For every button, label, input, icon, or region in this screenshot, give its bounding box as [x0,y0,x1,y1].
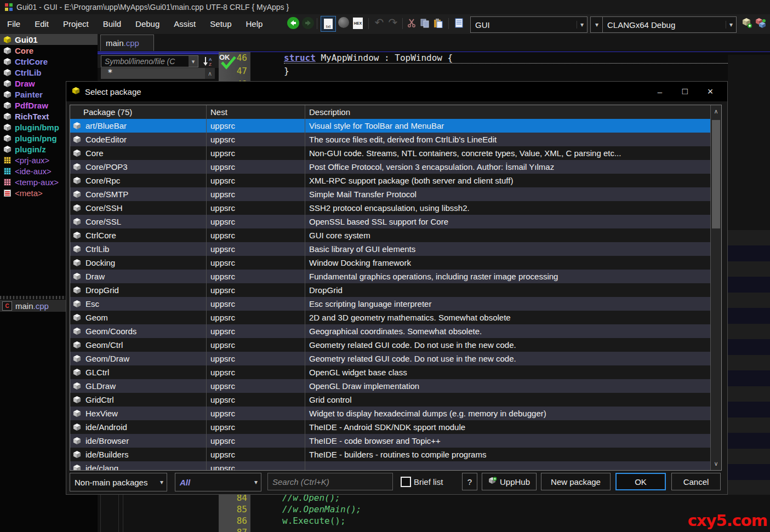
table-row[interactable]: DropGriduppsrcDropGrid [70,283,710,297]
symbol-search-combo[interactable]: Symbol/lineno/file (C ▾ [101,55,198,67]
text-mode-button[interactable]: txt [321,16,336,32]
table-row[interactable]: DrawuppsrcFundamental graphics operation… [70,270,710,283]
table-row[interactable]: GLCtrluppsrcOpenGL widget base class [70,365,710,379]
table-row[interactable]: ide/clanguppsrc [70,461,710,470]
minimize-button[interactable]: – [647,85,672,98]
table-row[interactable]: Geom/DrawuppsrcGeometry related GUI code… [70,352,710,365]
column-header-nest[interactable]: Nest [207,105,305,119]
navigate-forward-button[interactable] [302,17,314,29]
code-editor-top[interactable]: struct MyAppWindow : TopWindow { } [250,52,770,81]
build-method-combo[interactable]: CLANGx64 Debug ▾ [602,16,737,33]
sidebar-item-core[interactable]: Core [0,45,98,56]
table-row[interactable]: Core/POP3uppsrcPost Office Protocol, ver… [70,160,710,174]
image-mode-icon[interactable] [338,17,349,28]
table-row[interactable]: CodeEditoruppsrcThe source files edit, d… [70,133,710,146]
line-number: 47 [220,66,247,76]
table-row[interactable]: Core/SSHuppsrcSSH2 protocol encapsulatio… [70,201,710,215]
package-icon [73,286,81,294]
search-input[interactable] [267,473,393,490]
sidebar-item-label: PdfDraw [15,101,48,110]
table-row[interactable]: Geomuppsrc2D and 3D geometry mathematics… [70,311,710,324]
table-row[interactable]: GridCtrluppsrcGrid control [70,393,710,407]
app-window: Gui01 - GUI - E:\Program\upp\MyApps\Gui0… [0,0,770,532]
package-icon [73,231,81,239]
sidebar-item-ctrllib[interactable]: CtrlLib [0,67,98,78]
table-row[interactable]: ide/BuildersuppsrcTheIDE - builders - ro… [70,448,710,461]
grid-yellow-icon [3,156,12,164]
cut-icon[interactable] [406,17,418,29]
new-package-button[interactable]: New package [541,473,611,490]
menu-item-edit[interactable]: Edit [27,14,56,34]
redo-icon[interactable]: ↷ [386,15,400,30]
nest-cell: uppsrc [207,324,305,338]
white-cube-icon [3,134,12,142]
table-row[interactable]: GLDrawuppsrcOpenGL Draw implementation [70,379,710,393]
table-row[interactable]: ide/AndroiduppsrcTheIDE - Android SDK/ND… [70,420,710,434]
nest-cell: uppsrc [207,256,305,270]
table-row[interactable]: DockinguppsrcWindow Docking framework [70,256,710,270]
menu-item-file[interactable]: File [0,14,27,34]
scrollbar-thumb[interactable] [712,120,720,228]
maximize-button[interactable]: □ [672,85,698,98]
column-header-package[interactable]: Package (75) [70,105,207,119]
package-icon [73,327,81,335]
add-package-icon[interactable] [741,17,753,29]
paste-icon[interactable] [432,17,444,29]
table-row[interactable]: ide/BrowseruppsrcTheIDE - code browser a… [70,434,710,448]
table-row[interactable]: Geom/CtrluppsrcGeometry related GUI code… [70,338,710,352]
menu-item-setup[interactable]: Setup [203,14,238,34]
main-package-combo[interactable]: GUI ▾ [470,16,588,33]
cancel-button[interactable]: Cancel [671,473,721,490]
sidebar-item-gui01[interactable]: Gui01 [0,34,98,45]
nest-filter-combo[interactable]: All ▾ [175,473,261,491]
menu-item-project[interactable]: Project [56,14,96,34]
build-method-dropdown-button[interactable]: ▾ [590,16,603,33]
tab-main-cpp[interactable]: main.cpp [100,35,154,51]
table-row[interactable]: CoreuppsrcNon-GUI code. Streams, NTL con… [70,146,710,160]
symbol-search-placeholder: Symbol/lineno/file (C [101,57,189,66]
line-number: 87 [220,527,247,532]
package-name-cell: HexView [70,407,207,420]
brief-list-checkbox[interactable] [401,477,411,487]
upphub-button[interactable]: UppHub [482,473,537,490]
copy-icon[interactable] [419,17,431,29]
code-line-85: //w.OpenMain(); [282,504,362,514]
hex-mode-button[interactable]: HEX [352,16,364,30]
scroll-up-icon[interactable]: ∧ [205,68,215,79]
table-row[interactable]: HexViewuppsrcWidget to display hexadecim… [70,407,710,420]
ok-button[interactable]: OK [615,473,666,490]
sort-az-button[interactable]: AZ [201,55,216,67]
symbol-list-row[interactable]: * [101,68,212,79]
package-icon [73,450,81,459]
navigate-back-button[interactable] [287,17,299,29]
package-name: Core/POP3 [85,162,128,171]
document-icon[interactable] [453,17,465,29]
table-row[interactable]: Core/SMTPuppsrcSimple Mail Transfer Prot… [70,187,710,201]
table-row[interactable]: CtrlCoreuppsrcGUI core system [70,228,710,242]
table-row[interactable]: Geom/CoordsuppsrcGeographical coordinate… [70,324,710,338]
menu-item-help[interactable]: Help [239,14,270,34]
packages-icon[interactable] [755,17,767,29]
table-row[interactable]: EscuppsrcEsc scripting language interpre… [70,297,710,311]
undo-icon[interactable]: ↶ [373,15,386,30]
table-row[interactable]: art/BlueBaruppsrcVisual style for ToolBa… [70,119,710,133]
close-button[interactable]: × [698,85,723,98]
table-row[interactable]: CtrlLibuppsrcBasic library of GUI elemen… [70,242,710,256]
table-row[interactable]: Core/SSLuppsrcOpenSSL based SSL support … [70,215,710,228]
package-name-cell: ide/Android [70,420,207,434]
code-editor-bottom[interactable] [98,495,770,532]
menu-item-assist[interactable]: Assist [167,14,203,34]
package-icon [73,204,81,212]
sidebar-item-ctrlcore[interactable]: CtrlCore [0,56,98,67]
menu-item-debug[interactable]: Debug [128,14,167,34]
package-filter-combo[interactable]: Non-main packages ▾ [70,473,167,491]
scroll-down-icon[interactable]: ∨ [711,457,721,470]
dialog-titlebar[interactable]: Select package – □ × [66,82,727,101]
table-row[interactable]: Core/RpcuppsrcXML-RPC support package (b… [70,174,710,187]
vertical-scrollbar[interactable]: ∧ ∨ [710,105,721,470]
scroll-up-icon[interactable]: ∧ [711,105,721,118]
menu-item-build[interactable]: Build [96,14,128,34]
toolbar-separator [402,18,403,29]
help-button[interactable]: ? [462,473,477,490]
column-header-description[interactable]: Description [305,105,721,119]
